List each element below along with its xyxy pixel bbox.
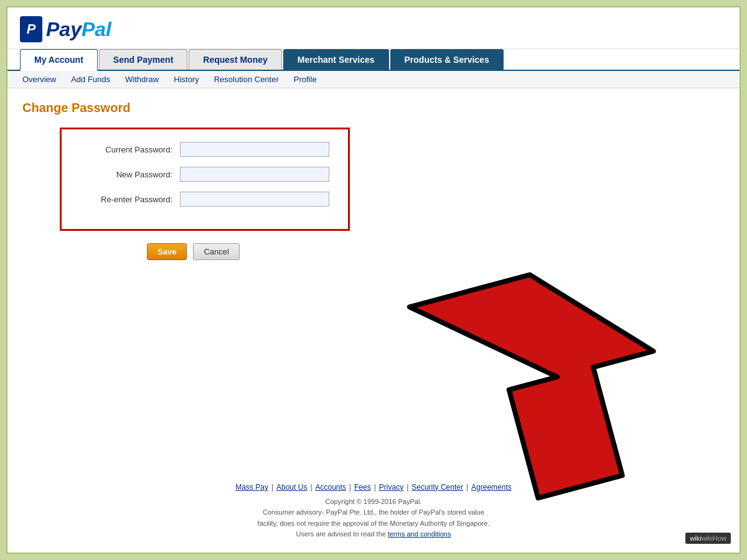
new-password-label: New Password: [80, 170, 180, 179]
reenter-password-input[interactable] [180, 192, 329, 207]
footer-link-privacy[interactable]: Privacy [379, 483, 403, 492]
footer-link-mass-pay[interactable]: Mass Pay [235, 483, 268, 492]
cancel-button[interactable]: Cancel [193, 243, 239, 260]
red-arrow-overlay [397, 254, 708, 515]
new-password-input[interactable] [180, 167, 329, 182]
subnav-add-funds[interactable]: Add Funds [71, 75, 110, 84]
button-row: Save Cancel [147, 243, 725, 260]
tab-send-payment[interactable]: Send Payment [99, 49, 187, 70]
footer-link-agreements[interactable]: Agreements [471, 483, 512, 492]
subnav-resolution-center[interactable]: Resolution Center [214, 75, 279, 84]
current-password-label: Current Password: [80, 145, 180, 154]
page-title: Change Password [22, 101, 725, 115]
paypal-text: PayPal [46, 18, 111, 41]
paypal-pal: Pal [82, 18, 111, 40]
footer-link-accounts[interactable]: Accounts [316, 483, 346, 492]
current-password-input[interactable] [180, 142, 329, 157]
tab-request-money[interactable]: Request Money [189, 49, 281, 70]
main-container: P PayPal My Account Send Payment Request… [6, 6, 741, 554]
content-area: Change Password Current Password: New Pa… [7, 88, 740, 273]
footer-links: Mass Pay | About Us | Accounts | Fees | … [7, 483, 740, 492]
wikihow-wiki-text: wiki [690, 534, 701, 542]
footer-link-security[interactable]: Security Center [411, 483, 463, 492]
reenter-password-label: Re-enter Password: [80, 195, 180, 204]
subnav-overview[interactable]: Overview [22, 75, 56, 84]
paypal-pay: Pay [46, 18, 82, 40]
wikihow-how-text: wikiHow [702, 534, 726, 542]
sub-nav: Overview Add Funds Withdraw History Reso… [7, 71, 740, 88]
change-password-form: Current Password: New Password: Re-enter… [60, 128, 350, 231]
footer-advisory3: Users are advised to read the terms and … [7, 529, 740, 540]
tab-my-account[interactable]: My Account [20, 49, 98, 71]
reenter-password-row: Re-enter Password: [80, 192, 329, 207]
subnav-history[interactable]: History [174, 75, 199, 84]
paypal-p-icon: P [20, 16, 42, 42]
footer-advisory1: Consumer advisory- PayPal Pte. Ltd., the… [7, 507, 740, 518]
header: P PayPal [7, 7, 740, 49]
footer-advisory2: facility, does not require the approval … [7, 518, 740, 530]
svg-marker-0 [410, 254, 682, 515]
save-button[interactable]: Save [147, 243, 187, 260]
footer-copyright: Copyright © 1999-2016 PayPal. [7, 497, 740, 508]
footer: Mass Pay | About Us | Accounts | Fees | … [7, 483, 740, 540]
current-password-row: Current Password: [80, 142, 329, 157]
paypal-logo: P PayPal [20, 16, 727, 42]
tab-products-services[interactable]: Products & Services [390, 49, 504, 70]
new-password-row: New Password: [80, 167, 329, 182]
footer-link-about-us[interactable]: About Us [276, 483, 307, 492]
tab-merchant-services[interactable]: Merchant Services [283, 49, 389, 70]
wikihow-badge: wikiwikiHow [685, 533, 731, 544]
footer-terms-link[interactable]: terms and conditions [388, 530, 451, 538]
subnav-profile[interactable]: Profile [294, 75, 317, 84]
footer-link-fees[interactable]: Fees [354, 483, 371, 492]
main-nav: My Account Send Payment Request Money Me… [7, 49, 740, 71]
subnav-withdraw[interactable]: Withdraw [125, 75, 159, 84]
